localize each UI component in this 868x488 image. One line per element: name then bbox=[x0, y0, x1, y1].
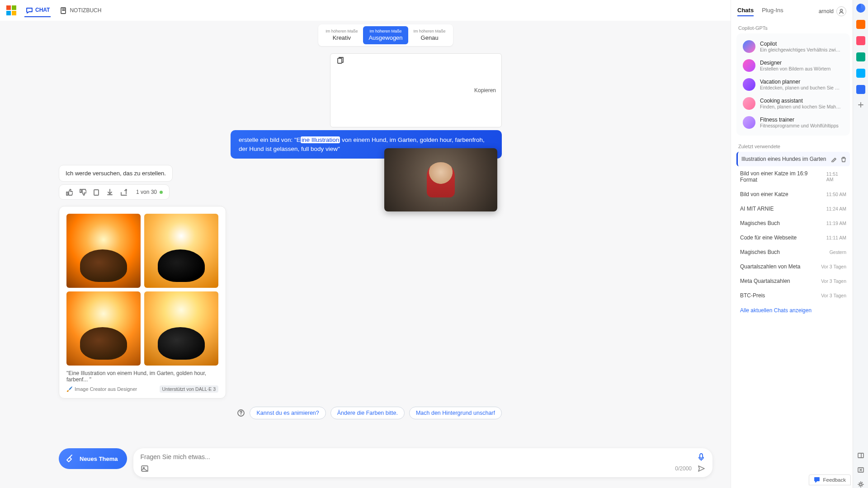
download-icon[interactable] bbox=[106, 188, 113, 196]
recent-timestamp: Gestern bbox=[830, 249, 846, 255]
copy-label: Kopieren bbox=[474, 87, 496, 94]
pencil-icon[interactable] bbox=[831, 156, 837, 162]
thumbs-down-icon[interactable] bbox=[79, 188, 86, 196]
copy-button[interactable]: Kopieren bbox=[330, 53, 502, 127]
send-icon[interactable] bbox=[697, 465, 705, 473]
gear-icon[interactable] bbox=[857, 481, 864, 488]
generated-image-2[interactable] bbox=[144, 214, 218, 288]
feedback-icon bbox=[814, 477, 820, 483]
svg-rect-4 bbox=[700, 454, 703, 458]
recent-title: Magisches Buch bbox=[740, 220, 780, 226]
gpt-desc: Entdecken, planen und buchen Sie Reisen bbox=[760, 85, 841, 90]
composer-area: Neues Thema 0/2000 bbox=[0, 448, 731, 488]
recent-timestamp: 11:11 AM bbox=[826, 235, 846, 240]
recent-item-9[interactable]: BTC-PreisVor 3 Tagen bbox=[736, 288, 850, 303]
new-topic-button[interactable]: Neues Thema bbox=[59, 448, 127, 469]
recent-item-2[interactable]: Bild von einer Katze11:50 AM bbox=[736, 187, 850, 202]
image-input-icon[interactable] bbox=[141, 465, 149, 473]
plus-icon[interactable] bbox=[857, 101, 864, 108]
feedback-button[interactable]: Feedback bbox=[809, 474, 851, 485]
recent-timestamp: Vor 3 Tagen bbox=[821, 278, 846, 284]
gpt-name: Vacation planner bbox=[760, 79, 841, 85]
message-input[interactable] bbox=[141, 453, 693, 460]
share-icon[interactable] bbox=[120, 188, 127, 196]
recent-item-1[interactable]: Bild von einer Katze im 16:9 Format11:51… bbox=[736, 166, 850, 187]
recent-title: Illustration eines Hundes im Garten bbox=[741, 156, 826, 162]
username: arnold bbox=[819, 8, 834, 14]
trash-icon[interactable] bbox=[840, 156, 846, 162]
recent-item-4[interactable]: Magisches Buch11:19 AM bbox=[736, 216, 850, 230]
avatar bbox=[836, 6, 846, 16]
tab-plugins[interactable]: Plug-Ins bbox=[762, 7, 783, 16]
creator-text: Image Creator aus Designer bbox=[75, 386, 137, 392]
style-precise[interactable]: Im höheren Maße Genau bbox=[408, 26, 451, 44]
style-label: Kreativ bbox=[333, 34, 351, 41]
gpt-name: Fitness trainer bbox=[760, 117, 839, 123]
tab-chats[interactable]: Chats bbox=[737, 7, 754, 16]
generated-image-1[interactable] bbox=[66, 214, 141, 288]
generated-image-4[interactable] bbox=[144, 291, 218, 366]
recent-item-7[interactable]: Quartalszahlen von MetaVor 3 Tagen bbox=[736, 259, 850, 274]
style-label: Ausgewogen bbox=[368, 34, 402, 41]
generated-image-3[interactable] bbox=[66, 291, 141, 366]
rail-panel-icon[interactable] bbox=[857, 452, 864, 459]
assistant-response: Ich werde versuchen, das zu erstellen. bbox=[59, 165, 173, 182]
svg-rect-8 bbox=[858, 453, 863, 458]
gpt-item-0[interactable]: Copilot Ein gleichgewichtiges Verhältnis… bbox=[740, 37, 846, 56]
char-limit: 0/2000 bbox=[675, 465, 692, 472]
recent-title: Magisches Buch bbox=[740, 249, 780, 255]
svg-rect-2 bbox=[94, 190, 99, 195]
gpt-name: Copilot bbox=[760, 41, 841, 47]
mic-icon[interactable] bbox=[697, 453, 705, 461]
rail-app-2[interactable] bbox=[856, 36, 865, 45]
style-sup: Im höheren Maße bbox=[414, 29, 446, 33]
rail-search-icon[interactable] bbox=[856, 4, 865, 13]
gpt-item-1[interactable]: Designer Erstellen von Bildern aus Wörte… bbox=[740, 56, 846, 75]
rail-app-5[interactable] bbox=[856, 85, 865, 94]
recent-item-6[interactable]: Magisches BuchGestern bbox=[736, 245, 850, 259]
tab-chat[interactable]: CHAT bbox=[24, 4, 51, 17]
rail-link-icon[interactable] bbox=[857, 466, 864, 474]
gpt-item-2[interactable]: Vacation planner Entdecken, planen und b… bbox=[740, 75, 846, 94]
style-picker: Im höheren Maße Kreativ Im höheren Maße … bbox=[318, 24, 453, 46]
recent-item-3[interactable]: AI MIT ARNIE11:24 AM bbox=[736, 202, 850, 216]
person-icon bbox=[839, 9, 844, 14]
gpt-icon bbox=[743, 97, 755, 110]
view-all-chats[interactable]: Alle aktuellen Chats anzeigen bbox=[736, 303, 850, 318]
right-panel: Chats Plug-Ins arnold Copilot-GPTs Copil… bbox=[731, 0, 853, 488]
recent-timestamp: 11:50 AM bbox=[826, 192, 846, 197]
counter-text: 1 von 30 bbox=[136, 189, 157, 195]
thumbs-up-icon[interactable] bbox=[66, 188, 73, 196]
user-menu[interactable]: arnold bbox=[819, 6, 846, 16]
gpt-name: Designer bbox=[760, 60, 830, 66]
chat-icon bbox=[25, 6, 33, 14]
suggestion-3[interactable]: Mach den Hintergrund unscharf bbox=[409, 407, 502, 419]
rail-app-4[interactable] bbox=[856, 69, 865, 78]
composer: 0/2000 bbox=[133, 448, 712, 477]
gpt-icon bbox=[743, 116, 755, 129]
gpt-icon bbox=[743, 40, 755, 53]
topbar: CHAT NOTIZBUCH bbox=[0, 0, 731, 21]
gpt-list: Copilot Ein gleichgewichtiges Verhältnis… bbox=[736, 33, 850, 136]
style-balanced[interactable]: Im höheren Maße Ausgewogen bbox=[363, 26, 408, 44]
suggestion-1[interactable]: Kannst du es animieren? bbox=[250, 407, 326, 419]
recent-item-5[interactable]: Code für eine Webseite11:11 AM bbox=[736, 230, 850, 245]
gpt-item-4[interactable]: Fitness trainer Fitnessprogramme und Woh… bbox=[740, 113, 846, 132]
rail-app-3[interactable] bbox=[856, 52, 865, 61]
recent-item-8[interactable]: Meta QuartalszahlenVor 3 Tagen bbox=[736, 274, 850, 288]
workspace: Im höheren Maße Kreativ Im höheren Maße … bbox=[0, 21, 731, 448]
recent-title: BTC-Preis bbox=[740, 292, 765, 299]
recent-item-0[interactable]: Illustration eines Hundes im Garten bbox=[736, 152, 850, 166]
style-creative[interactable]: Im höheren Maße Kreativ bbox=[320, 26, 363, 44]
gpt-item-3[interactable]: Cooking assistant Finden, planen und koc… bbox=[740, 94, 846, 113]
rail-app-1[interactable] bbox=[856, 20, 865, 29]
help-icon[interactable] bbox=[237, 409, 245, 417]
gpt-icon bbox=[743, 78, 755, 91]
recent-list: Illustration eines Hundes im GartenBild … bbox=[736, 152, 850, 303]
copy-icon[interactable] bbox=[93, 188, 100, 196]
status-dot bbox=[160, 191, 163, 194]
recent-timestamp: 11:51 AM bbox=[826, 171, 846, 182]
tab-notebook[interactable]: NOTIZBUCH bbox=[59, 4, 102, 17]
suggestion-2[interactable]: Ändere die Farben bitte. bbox=[330, 407, 405, 419]
style-label: Genau bbox=[421, 34, 439, 41]
